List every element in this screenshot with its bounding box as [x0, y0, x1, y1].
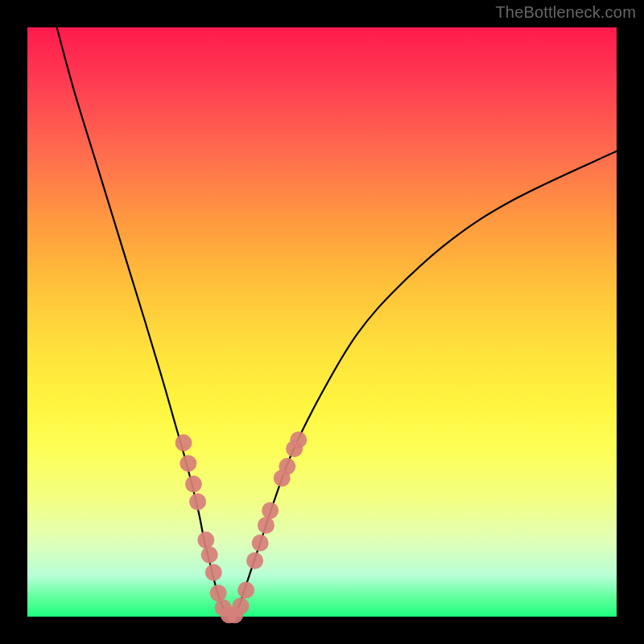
left-curve [57, 27, 228, 617]
data-marker [189, 493, 206, 510]
curve-layer [27, 27, 617, 617]
data-marker [262, 502, 279, 519]
data-marker [279, 458, 295, 475]
right-curve [233, 151, 617, 617]
data-marker [185, 476, 202, 493]
data-marker [180, 455, 196, 472]
data-marker [237, 582, 254, 599]
plot-area [27, 27, 617, 617]
data-marker [232, 597, 249, 614]
data-marker [201, 547, 218, 564]
chart-canvas: TheBottleneck.com [0, 0, 644, 644]
watermark-text: TheBottleneck.com [495, 3, 636, 22]
data-marker [246, 552, 263, 569]
data-marker [258, 517, 275, 534]
data-marker [290, 431, 307, 448]
data-marker [175, 435, 192, 452]
data-marker [252, 535, 269, 551]
data-marker [205, 564, 222, 581]
data-marker [197, 531, 214, 548]
data-marker [210, 584, 227, 601]
